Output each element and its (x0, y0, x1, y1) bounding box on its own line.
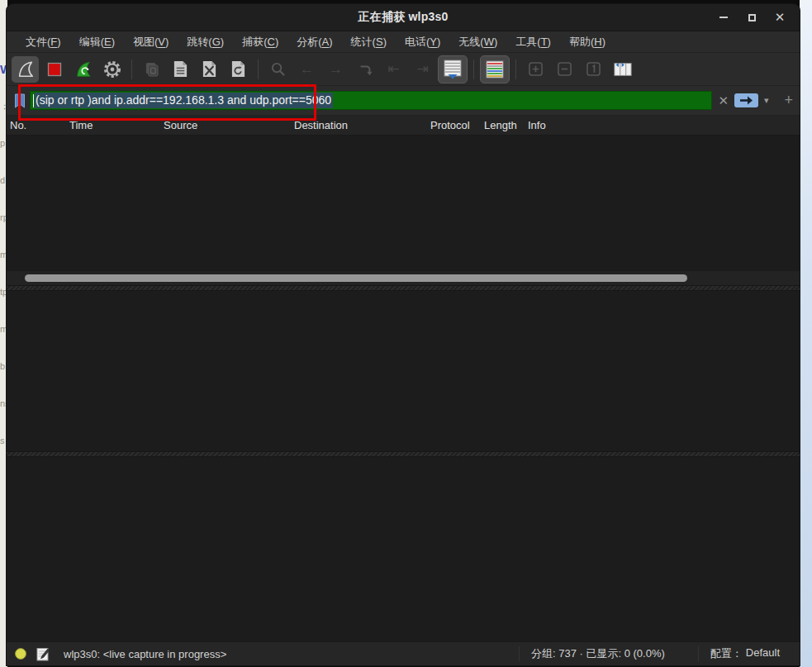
main-toolbar: ← → ⇤ ⇥ (7, 53, 800, 86)
filter-bookmark-button[interactable] (10, 91, 30, 111)
menu-bar: 文件(F) 编辑(E) 视图(V) 跳转(G) 捕获(C) 分析(A) 统计(S… (7, 31, 800, 53)
start-capture-button[interactable] (12, 56, 39, 83)
close-file-button[interactable] (196, 56, 223, 83)
restart-fin-icon (74, 60, 93, 79)
toolbar-separator (515, 60, 516, 79)
profile-value: Default (746, 646, 780, 661)
toolbar-separator (131, 60, 132, 79)
maximize-icon (748, 14, 756, 21)
colorize-toggle[interactable] (480, 55, 510, 83)
open-file-button[interactable] (138, 56, 165, 83)
menu-item[interactable]: 编辑(E) (72, 32, 122, 52)
column-header[interactable]: Source (160, 116, 291, 135)
bookmark-icon (14, 93, 26, 108)
previous-packet-button[interactable]: ← (293, 56, 321, 83)
window-title: 正在捕获 wlp3s0 (7, 10, 800, 25)
menu-item[interactable]: 统计(S) (344, 32, 394, 52)
zoom-in-icon (529, 62, 543, 76)
packet-list-header: No. Time Source Destination Protocol Len… (7, 116, 800, 136)
auto-scroll-toggle[interactable] (438, 55, 468, 83)
menu-item[interactable]: 无线(W) (451, 32, 505, 52)
horizontal-scrollbar[interactable] (7, 271, 800, 285)
search-icon (270, 61, 286, 77)
jump-arrow-icon (358, 62, 373, 77)
next-packet-button[interactable]: → (322, 56, 349, 83)
capture-comment-button[interactable] (36, 647, 49, 661)
zoom-out-icon (558, 62, 572, 76)
maximize-button[interactable] (743, 9, 760, 26)
packet-bytes-pane[interactable] (7, 457, 800, 641)
restart-capture-button[interactable] (69, 56, 97, 83)
save-file-icon (173, 60, 188, 78)
zoom-normal-icon (586, 62, 601, 76)
menu-item[interactable]: 工具(T) (508, 32, 558, 52)
gear-icon (102, 60, 122, 79)
packet-details-pane[interactable] (7, 291, 800, 451)
apply-filter-button[interactable] (734, 93, 758, 107)
close-button[interactable]: ✕ (772, 9, 788, 26)
toolbar-separator (473, 60, 474, 79)
column-header[interactable]: Length (481, 116, 525, 135)
column-header[interactable]: Destination (291, 116, 427, 135)
packet-list-pane[interactable] (7, 136, 800, 285)
add-filter-button[interactable]: + (784, 92, 793, 109)
clear-filter-button[interactable]: ✕ (718, 93, 729, 108)
column-header[interactable]: No. (7, 116, 66, 135)
profile-label: 配置： (710, 646, 743, 661)
go-to-packet-button[interactable] (351, 56, 378, 83)
titlebar: 正在捕获 wlp3s0 ✕ (7, 4, 800, 31)
minimize-button[interactable] (715, 9, 732, 26)
auto-scroll-icon (444, 60, 462, 79)
column-header[interactable]: Protocol (427, 116, 481, 135)
reload-file-button[interactable] (225, 56, 252, 83)
minimize-icon (719, 17, 728, 18)
zoom-out-button[interactable] (551, 56, 578, 83)
menu-item[interactable]: 文件(F) (18, 32, 69, 52)
column-header[interactable]: Time (66, 116, 160, 135)
save-file-button[interactable] (167, 56, 194, 83)
find-packet-button[interactable] (264, 56, 292, 83)
filter-actions: ✕ ▾ + (718, 92, 793, 109)
menu-item[interactable]: 分析(A) (289, 32, 340, 52)
status-bar: wlp3s0: <live capture in progress> 分组: 7… (7, 641, 800, 665)
notepad-pencil-icon (36, 647, 49, 661)
apply-arrow-icon (739, 96, 753, 105)
zoom-normal-button[interactable] (580, 56, 607, 83)
resize-columns-icon (613, 61, 633, 78)
filter-bar: (sip or rtp )and ip.addr==192.168.1.3 an… (7, 86, 800, 116)
arrow-right-icon: → (329, 61, 343, 78)
filter-expression-text: (sip or rtp )and ip.addr==192.168.1.3 an… (35, 93, 333, 108)
menu-item[interactable]: 电话(Y) (397, 32, 448, 52)
filter-history-caret[interactable]: ▾ (764, 95, 769, 106)
pane-splitter[interactable] (7, 285, 800, 291)
shark-fin-icon (17, 60, 35, 79)
toolbar-separator (258, 60, 259, 79)
zoom-in-button[interactable] (522, 56, 549, 83)
desktop-background-right (800, 0, 812, 667)
expert-info-button[interactable] (15, 648, 26, 660)
last-packet-button[interactable]: ⇥ (409, 56, 436, 83)
menu-item[interactable]: 帮助(H) (562, 32, 613, 52)
packet-stats: 分组: 737 · 已显示: 0 (0.0%) (519, 646, 677, 661)
scrollbar-thumb[interactable] (25, 274, 687, 282)
reload-file-icon (230, 60, 246, 78)
stop-icon (47, 62, 62, 77)
menu-item[interactable]: 跳转(G) (179, 32, 231, 52)
resize-columns-button[interactable] (609, 56, 636, 83)
profile-selector[interactable]: 配置： Default (698, 646, 780, 661)
first-packet-button[interactable]: ⇤ (380, 56, 407, 83)
close-file-icon (202, 60, 217, 78)
arrow-left-icon: ← (300, 61, 314, 78)
window-controls: ✕ (715, 9, 788, 26)
column-header[interactable]: Info (525, 116, 800, 135)
pane-splitter[interactable] (7, 451, 800, 457)
display-filter-input[interactable]: (sip or rtp )and ip.addr==192.168.1.3 an… (30, 91, 712, 110)
arrow-bar-left-icon: ⇤ (387, 60, 399, 78)
menu-item[interactable]: 捕获(C) (235, 32, 286, 52)
menu-item[interactable]: 视图(V) (126, 32, 176, 52)
wireshark-window: 正在捕获 wlp3s0 ✕ 文件(F) 编辑(E) 视图(V) 跳转(G) 捕获… (7, 4, 800, 665)
stop-capture-button[interactable] (40, 56, 68, 83)
arrow-bar-right-icon: ⇥ (416, 60, 428, 78)
capture-options-button[interactable] (98, 56, 126, 83)
text-cursor (33, 94, 34, 107)
